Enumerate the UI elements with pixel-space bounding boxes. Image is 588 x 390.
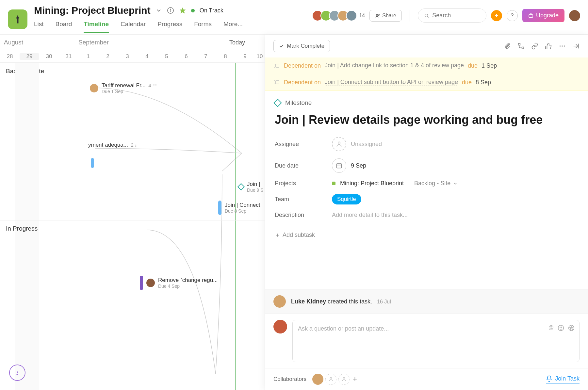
month-september: September xyxy=(78,39,109,46)
mark-complete-button[interactable]: Mark Complete xyxy=(273,40,330,52)
star-icon[interactable] xyxy=(179,7,186,14)
milestone-diamond-icon xyxy=(237,183,245,191)
duedate-value[interactable]: 9 Sep xyxy=(332,158,366,173)
task-milestone[interactable]: Join | Due 9 S xyxy=(238,181,264,193)
collaborator-placeholder[interactable] xyxy=(338,374,350,385)
assignee-label: Assignee xyxy=(275,141,332,148)
close-panel-icon[interactable] xyxy=(572,42,580,50)
dependency-banner-2[interactable]: Dependent on Join | Connect submit butto… xyxy=(265,74,588,91)
avatar-count: 14 xyxy=(359,13,365,19)
tab-progress[interactable]: Progress xyxy=(157,21,182,33)
svg-point-5 xyxy=(378,14,380,15)
svg-rect-11 xyxy=(518,43,520,45)
svg-point-27 xyxy=(562,327,562,328)
subtask-icon xyxy=(135,143,139,148)
duedate-label: Due date xyxy=(275,162,332,169)
briefcase-icon xyxy=(528,13,533,18)
activity-item: Luke Kidney created this task. 16 Jul xyxy=(265,289,588,314)
svg-line-7 xyxy=(428,17,429,18)
subtasks-icon[interactable] xyxy=(517,42,525,50)
chevron-down-icon[interactable] xyxy=(155,7,162,14)
collaborator-placeholder[interactable] xyxy=(325,374,336,385)
project-title: Mining: Project Blueprint xyxy=(34,5,151,16)
share-button[interactable]: Share xyxy=(369,10,402,22)
tab-calendar[interactable]: Calendar xyxy=(121,21,146,33)
svg-marker-3 xyxy=(180,8,186,13)
section-backlog[interactable]: Backlog - Site xyxy=(0,63,265,80)
projects-value[interactable]: Mining: Project Blueprint Backlog - Site xyxy=(332,180,458,187)
task-payment[interactable]: yment adequa... 2 xyxy=(88,142,139,148)
star-outline-icon[interactable] xyxy=(568,325,575,331)
mention-icon[interactable]: @ xyxy=(548,325,554,331)
team-label: Team xyxy=(275,196,332,203)
task-title[interactable]: Join | Review details page working and b… xyxy=(275,112,578,127)
team-value[interactable]: Squirtle xyxy=(332,194,361,204)
task-tariff[interactable]: Tariff renewal Fr... 4 Due 1 Sep xyxy=(90,82,157,94)
chevron-down-icon xyxy=(453,181,458,186)
like-icon[interactable] xyxy=(545,42,552,50)
svg-point-31 xyxy=(343,378,345,379)
status-text[interactable]: On Track xyxy=(200,7,223,14)
add-collaborator-button[interactable]: + xyxy=(353,375,357,383)
svg-point-2 xyxy=(170,9,171,9)
milestone-diamond-icon xyxy=(273,99,282,107)
svg-marker-29 xyxy=(570,327,573,330)
description-value[interactable]: Add more detail to this task... xyxy=(332,212,408,219)
tab-forms[interactable]: Forms xyxy=(194,21,212,33)
activity-avatar[interactable] xyxy=(273,295,286,308)
upgrade-button[interactable]: Upgrade xyxy=(522,9,564,22)
milestone-label: Milestone xyxy=(285,99,312,106)
help-button[interactable]: ? xyxy=(507,10,518,21)
status-dot xyxy=(191,9,195,12)
svg-rect-12 xyxy=(522,47,524,49)
check-icon xyxy=(279,43,284,49)
section-inprogress[interactable]: In Progress xyxy=(0,220,43,237)
tab-board[interactable]: Board xyxy=(56,21,72,33)
tab-list[interactable]: List xyxy=(34,21,44,33)
add-button[interactable] xyxy=(491,10,502,21)
search-box[interactable] xyxy=(418,8,486,23)
collaborator-avatar[interactable] xyxy=(312,374,323,385)
more-icon[interactable] xyxy=(559,42,566,50)
comment-avatar[interactable] xyxy=(273,320,287,333)
svg-point-26 xyxy=(560,327,561,328)
info-icon[interactable] xyxy=(167,7,174,14)
collaborators-label: Collaborators xyxy=(273,376,306,382)
emoji-icon[interactable] xyxy=(558,325,564,331)
subtask-icon xyxy=(153,84,157,88)
add-subtask-button[interactable]: Add subtask xyxy=(275,232,578,238)
search-icon xyxy=(424,13,429,19)
assignee-value[interactable]: Unassigned xyxy=(332,137,382,151)
dependency-icon xyxy=(273,62,280,69)
today-label[interactable]: Today xyxy=(229,39,245,46)
tab-timeline[interactable]: Timeline xyxy=(84,21,109,33)
dependency-banner-1[interactable]: Dependent on Join | Add change link to s… xyxy=(265,57,588,74)
svg-point-30 xyxy=(330,378,332,379)
svg-point-4 xyxy=(376,14,378,15)
link-icon[interactable] xyxy=(531,42,538,50)
description-label: Description xyxy=(275,212,332,219)
dependency-icon xyxy=(273,79,280,86)
svg-rect-19 xyxy=(337,164,342,168)
attachment-icon[interactable] xyxy=(504,42,511,50)
svg-point-15 xyxy=(564,45,565,47)
user-avatar[interactable] xyxy=(569,10,580,21)
projects-label: Projects xyxy=(275,180,332,187)
join-task-button[interactable]: Join Task xyxy=(546,375,580,383)
project-icon[interactable] xyxy=(8,9,27,29)
task-connect[interactable]: Join | Connect Due 8 Sep xyxy=(218,201,260,215)
project-section-select[interactable]: Backlog - Site xyxy=(414,180,458,187)
avatar-stack[interactable]: 14 xyxy=(315,10,365,21)
help-fab[interactable] xyxy=(9,365,25,381)
svg-point-25 xyxy=(558,325,564,331)
project-dot xyxy=(332,182,335,185)
month-august: August xyxy=(4,39,23,46)
tab-more[interactable]: More... xyxy=(223,21,243,33)
task-remove[interactable]: Remove `change regu... Due 4 Sep xyxy=(140,276,218,290)
calendar-icon xyxy=(332,158,346,173)
person-icon xyxy=(332,137,346,151)
day-row: 28 29 30 31 1 2 3 4 5 6 7 8 9 10 xyxy=(0,50,265,63)
search-input[interactable] xyxy=(432,12,480,19)
svg-point-6 xyxy=(425,14,428,17)
comment-input[interactable]: Ask a question or post an update... @ xyxy=(292,320,580,362)
